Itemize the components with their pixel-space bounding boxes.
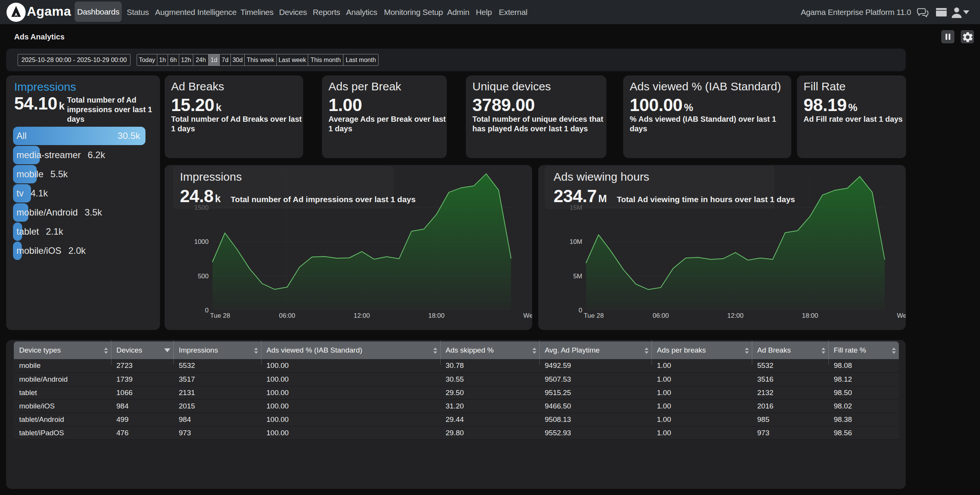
preset-12h[interactable]: 12h bbox=[179, 54, 193, 66]
sort-toggle-icon[interactable] bbox=[892, 347, 896, 353]
table-row-mobile[interactable]: mobile27235532100.0030.789492.591.005532… bbox=[14, 359, 899, 372]
column-separator bbox=[440, 340, 441, 364]
preset-this-month[interactable]: This month bbox=[308, 54, 343, 66]
table-cell: tablet/Android bbox=[14, 413, 111, 426]
preset-30d[interactable]: 30d bbox=[230, 54, 245, 66]
column-header-ads-skipped-[interactable]: Ads skipped % bbox=[440, 341, 539, 359]
preset-button-group: Today1h6h12h24h1d7d30dThis weekLast week… bbox=[137, 54, 379, 66]
table-cell: 1.00 bbox=[652, 413, 752, 426]
table-cell: 5532 bbox=[173, 359, 261, 372]
table-cell: 9508.13 bbox=[539, 413, 652, 426]
pause-refresh-button[interactable] bbox=[941, 30, 954, 43]
settings-gear-icon[interactable] bbox=[961, 30, 974, 43]
impressions-bar-mobile[interactable]: mobile5.5k bbox=[13, 165, 145, 183]
nav-item-reports[interactable]: Reports bbox=[313, 0, 340, 24]
date-range-input[interactable] bbox=[18, 54, 131, 66]
preset-last-month[interactable]: Last month bbox=[343, 54, 379, 66]
table-cell: 98.50 bbox=[828, 386, 899, 399]
x-tick-label: 18:00 bbox=[428, 312, 445, 319]
column-header-fill-rate-[interactable]: Fill rate % bbox=[828, 341, 899, 359]
top-nav: Agama DashboardsStatusAugmented Intellig… bbox=[0, 0, 980, 24]
table-cell: 985 bbox=[752, 413, 828, 426]
kpi-description: Ad Fill rate over last 1 days bbox=[804, 114, 903, 124]
kpi-title: Fill Rate bbox=[804, 80, 846, 93]
window-icon[interactable] bbox=[935, 6, 948, 19]
table-cell: 973 bbox=[173, 426, 261, 439]
column-header-ads-per-breaks[interactable]: Ads per breaks bbox=[652, 341, 752, 359]
column-header-devices[interactable]: Devices bbox=[111, 341, 173, 359]
chat-icon[interactable] bbox=[916, 6, 929, 19]
column-header-ad-breaks[interactable]: Ad Breaks bbox=[752, 341, 828, 359]
preset-today[interactable]: Today bbox=[137, 54, 157, 66]
sort-toggle-icon[interactable] bbox=[254, 347, 258, 353]
column-header-ads-viewed-iab-standard-[interactable]: Ads viewed % (IAB Standard) bbox=[261, 341, 440, 359]
x-tick-label: Wed bbox=[897, 312, 906, 319]
kpi-value: 100.00 bbox=[630, 95, 683, 115]
nav-item-augmented-intelligence[interactable]: Augmented Intelligence bbox=[155, 0, 237, 24]
kpi-value: 1.00 bbox=[328, 95, 362, 115]
agama-logo-icon[interactable] bbox=[6, 2, 26, 22]
y-tick-label: 1000 bbox=[194, 238, 209, 245]
sort-descending-icon[interactable] bbox=[164, 348, 170, 352]
bar-value: 30.5k bbox=[118, 127, 140, 145]
kpi-description: % Ads viewed (IAB Standard) over last 1 … bbox=[630, 114, 791, 134]
platform-version-label: Agama Enterprise Platform 11.0 bbox=[801, 0, 911, 24]
nav-item-analytics[interactable]: Analytics bbox=[346, 0, 377, 24]
preset-6h[interactable]: 6h bbox=[168, 54, 179, 66]
sort-toggle-icon[interactable] bbox=[104, 347, 108, 353]
impressions-bar-all[interactable]: All30.5k bbox=[13, 127, 145, 145]
table-cell: tablet bbox=[14, 386, 111, 399]
table-cell: 98.08 bbox=[828, 359, 899, 372]
nav-item-external[interactable]: External bbox=[499, 0, 528, 24]
nav-item-monitoring-setup[interactable]: Monitoring Setup bbox=[384, 0, 443, 24]
time-range-panel: Today1h6h12h24h1d7d30dThis weekLast week… bbox=[6, 49, 906, 71]
impressions-bar-mobile-ios[interactable]: mobile/iOS2.0k bbox=[13, 242, 145, 260]
nav-item-timelines[interactable]: Timelines bbox=[240, 0, 273, 24]
kpi-description: Total number of Ad Breaks over last 1 da… bbox=[171, 114, 303, 134]
sort-toggle-icon[interactable] bbox=[433, 347, 437, 353]
table-cell: 9515.25 bbox=[539, 386, 652, 399]
nav-item-devices[interactable]: Devices bbox=[279, 0, 307, 24]
column-header-impressions[interactable]: Impressions bbox=[173, 341, 261, 359]
table-cell: 29.44 bbox=[440, 413, 539, 426]
chart-panel-ads-wiewing-hours: 05M10M15MTue 2806:0012:0018:00WedAds wie… bbox=[538, 165, 906, 330]
table-cell: 9466.50 bbox=[539, 399, 652, 413]
chart-value: 24.8 bbox=[180, 186, 214, 206]
sort-toggle-icon[interactable] bbox=[822, 347, 825, 353]
table-row-mobile-ios[interactable]: mobile/iOS9842015100.0031.209466.501.002… bbox=[14, 399, 899, 413]
table-cell: 3517 bbox=[173, 372, 261, 386]
nav-item-status[interactable]: Status bbox=[127, 0, 149, 24]
chart-title: Impressions bbox=[180, 170, 242, 183]
table-cell: 1.00 bbox=[652, 399, 752, 413]
x-tick-label: Tue 28 bbox=[584, 312, 604, 319]
column-header-avg-ad-playtime[interactable]: Avg. Ad Playtime bbox=[539, 341, 652, 359]
preset-1h[interactable]: 1h bbox=[157, 54, 168, 66]
preset-24h[interactable]: 24h bbox=[193, 54, 209, 66]
nav-item-dashboards[interactable]: Dashboards bbox=[75, 2, 122, 22]
nav-item-admin[interactable]: Admin bbox=[447, 0, 469, 24]
user-icon[interactable] bbox=[950, 6, 963, 19]
preset-last-week[interactable]: Last week bbox=[276, 54, 308, 66]
table-row-tablet-android[interactable]: tablet/Android499984100.0029.449508.131.… bbox=[14, 413, 899, 426]
column-header-device-types[interactable]: Device types bbox=[14, 341, 111, 359]
sort-toggle-icon[interactable] bbox=[745, 347, 749, 353]
impressions-bar-tablet[interactable]: tablet2.1k bbox=[13, 222, 145, 241]
table-row-tablet[interactable]: tablet10662131100.0029.509515.251.002132… bbox=[14, 386, 899, 399]
preset-this-week[interactable]: This week bbox=[244, 54, 277, 66]
impressions-bar-media-streamer[interactable]: media-streamer6.2k bbox=[13, 146, 145, 164]
table-row-tablet-ipados[interactable]: tablet/iPadOS476973100.0029.809552.931.0… bbox=[14, 426, 899, 439]
table-row-mobile-android[interactable]: mobile/Android17393517100.0030.559507.53… bbox=[14, 372, 899, 386]
bar-label-and-value: tv4.1k bbox=[16, 184, 48, 203]
preset-1d[interactable]: 1d bbox=[208, 54, 220, 66]
table-cell: mobile bbox=[14, 359, 111, 372]
sort-toggle-icon[interactable] bbox=[532, 347, 536, 353]
impressions-bar-mobile-android[interactable]: mobile/Android3.5k bbox=[13, 203, 145, 222]
preset-7d[interactable]: 7d bbox=[219, 54, 231, 66]
sort-toggle-icon[interactable] bbox=[645, 347, 648, 353]
user-menu-caret-icon[interactable] bbox=[963, 10, 969, 14]
table-cell: 9507.53 bbox=[539, 372, 652, 386]
table-cell: mobile/Android bbox=[14, 372, 111, 386]
nav-item-help[interactable]: Help bbox=[476, 0, 492, 24]
impressions-bar-tv[interactable]: tv4.1k bbox=[13, 184, 145, 203]
y-tick-label: 0 bbox=[205, 307, 209, 314]
